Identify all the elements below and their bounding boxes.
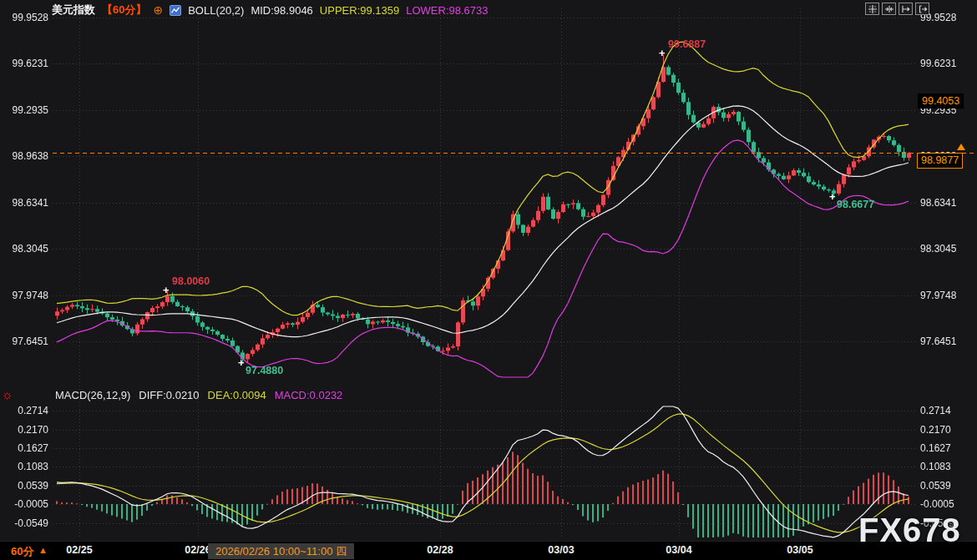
price-axis-tick-left: 98.3045 [0, 242, 48, 255]
macd-axis-tick-right: 0.2714 [920, 404, 975, 417]
time-axis-label: 02/28 [427, 544, 453, 556]
price-axis-tick-right: 98.3045 [920, 242, 975, 255]
price-axis-tick-left: 98.6341 [0, 196, 48, 209]
time-axis-label: 03/05 [787, 544, 812, 556]
extreme-price-label: 97.4880 [246, 365, 283, 376]
macd-axis-tick-right: 0.1083 [920, 460, 975, 473]
price-macd-chart-canvas[interactable] [0, 0, 977, 560]
price-axis-tick-right: 97.9748 [920, 289, 975, 302]
crosshair-move-icon[interactable] [865, 3, 879, 15]
extreme-price-label: 98.0060 [172, 275, 210, 287]
boll-mid-label: MID:98.9046 [251, 4, 312, 17]
price-axis-tick-left: 98.9638 [0, 149, 48, 163]
macd-axis-tick-left: -0.0549 [0, 517, 48, 530]
price-up-arrow-icon [957, 144, 965, 150]
price-axis-tick-right: 97.6451 [920, 335, 975, 348]
macd-axis-tick-right: 0.1627 [920, 441, 975, 455]
symbol-title: 美元指数 [52, 3, 95, 18]
macd-axis-tick-left: 0.1083 [0, 460, 48, 473]
upper-price-badge: 99.4053 [918, 93, 964, 108]
pan-right-icon[interactable] [915, 3, 929, 15]
price-axis-tick-left: 99.2935 [0, 103, 48, 117]
boll-lower-label: LOWER:98.6733 [406, 4, 488, 17]
price-axis-tick-right: 99.6231 [920, 57, 975, 70]
time-axis-interval-label[interactable]: 60分 [11, 544, 33, 559]
time-axis-label: 03/04 [666, 544, 691, 556]
macd-axis-tick-left: 0.1627 [0, 441, 48, 455]
zoom-out-horizontal-icon[interactable] [882, 3, 896, 15]
macd-axis-tick-right: 0.0539 [920, 479, 975, 492]
time-axis-label: 03/03 [548, 544, 574, 556]
zoom-in-horizontal-icon[interactable] [899, 3, 913, 15]
crosshair-date-box: 2026/02/26 10:00~11:00 四 [208, 543, 354, 559]
chart-toolbar [865, 3, 929, 15]
boll-params-label: BOLL(20,2) [188, 4, 244, 17]
price-axis-tick-right: 98.6341 [920, 196, 975, 209]
extreme-cross-icon: + [238, 357, 245, 368]
macd-axis-tick-right: -0.0005 [920, 497, 975, 511]
extreme-price-label: 98.6677 [837, 199, 874, 210]
macd-header: MACD(26,12,9) DIFF:0.0210 DEA:0.0094 MAC… [55, 389, 342, 401]
interval-up-triangle-icon[interactable]: ▲ [38, 545, 48, 555]
time-axis[interactable]: 60分 ▲ 02/2502/2602/2803/0303/0403/05 202… [0, 541, 977, 560]
price-axis-tick-left: 97.9748 [0, 289, 48, 302]
price-axis-tick-left: 99.6231 [0, 57, 48, 70]
indicator-settings-icon[interactable]: ☼ [2, 387, 13, 401]
extreme-cross-icon: + [829, 191, 836, 202]
chart-type-icon[interactable] [170, 5, 181, 16]
chart-app: 美元指数 【60分】 ⊕ BOLL(20,2) MID:98.9046 UPPE… [0, 0, 977, 560]
macd-diff-label: DIFF:0.0210 [139, 389, 199, 401]
macd-macd-label: MACD:0.0232 [275, 389, 343, 401]
macd-axis-tick-left: -0.0005 [0, 497, 48, 511]
extreme-price-label: 99.6887 [668, 38, 706, 50]
add-compare-icon[interactable]: ⊕ [153, 5, 163, 16]
price-axis-tick-left: 99.9528 [0, 11, 48, 24]
macd-axis-tick-left: 0.2170 [0, 423, 48, 436]
macd-axis-tick-right: 0.2170 [920, 423, 975, 436]
macd-axis-tick-left: 0.0539 [0, 479, 48, 492]
extreme-cross-icon: + [163, 285, 170, 295]
time-axis-label: 02/25 [66, 544, 92, 556]
macd-dea-label: DEA:0.0094 [208, 389, 266, 401]
extreme-cross-icon: + [659, 48, 666, 58]
chart-header: 美元指数 【60分】 ⊕ BOLL(20,2) MID:98.9046 UPPE… [52, 3, 488, 18]
interval-label[interactable]: 【60分】 [102, 3, 146, 18]
macd-axis-tick-left: 0.2714 [0, 404, 48, 417]
last-price-badge: 98.9877 [917, 153, 963, 169]
boll-upper-label: UPPER:99.1359 [320, 4, 399, 17]
watermark: FX678 [858, 512, 961, 549]
time-axis-label: 02/26 [185, 544, 210, 556]
macd-params-label: MACD(26,12,9) [55, 389, 130, 401]
price-axis-tick-left: 97.6451 [0, 335, 48, 348]
